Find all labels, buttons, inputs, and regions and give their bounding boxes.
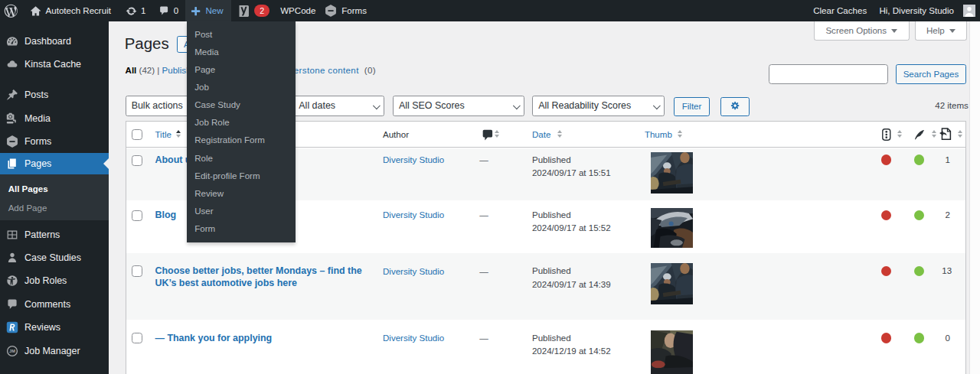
svg-text:JM: JM [9, 349, 15, 353]
